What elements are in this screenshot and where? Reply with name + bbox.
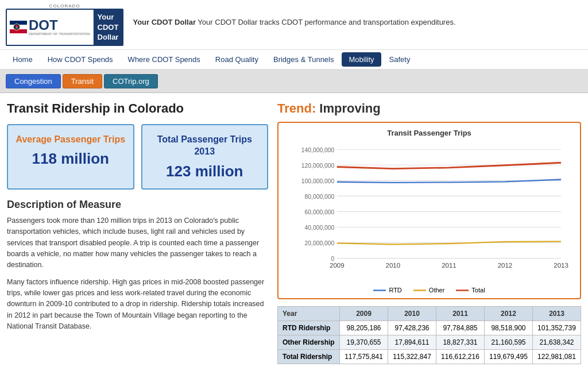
stat-box-1: Total Passenger Trips 2013 123 million (141, 124, 269, 190)
dot-text: DOT (29, 18, 90, 32)
stat-label-1: Total Passenger Trips 2013 (148, 133, 262, 158)
table-cell: 21,160,595 (484, 335, 532, 350)
table-cell: 97,784,885 (436, 321, 484, 335)
svg-text:2010: 2010 (386, 261, 401, 268)
data-table: Year20092010201120122013RTD Ridership98,… (277, 306, 581, 364)
table-header-5: 2013 (532, 307, 581, 321)
table-row: Total Ridership117,575,841115,322,847116… (278, 350, 581, 364)
svg-text:2012: 2012 (498, 261, 513, 268)
co-state-label: COLORADO (49, 3, 80, 9)
table-cell: 18,827,331 (436, 335, 484, 350)
table-row-label: RTD Ridership (278, 321, 340, 335)
right-panel: Trend: Improving Transit Passenger Trips… (277, 101, 581, 365)
table-row: RTD Ridership98,205,18697,428,23697,784,… (278, 321, 581, 335)
nav-item-safety[interactable]: Safety (382, 52, 417, 67)
legend-item-rtd: RTD (373, 287, 401, 294)
svg-text:2011: 2011 (442, 261, 457, 268)
header: COLORADO DOT DEPARTMENT O (0, 0, 588, 50)
svg-text:0: 0 (331, 256, 334, 262)
svg-text:100,000,000: 100,000,000 (301, 178, 335, 184)
table-cell: 97,428,236 (388, 321, 436, 335)
table-cell: 117,575,841 (340, 350, 388, 364)
sub-tabs-bar: CongestionTransitCOTrip.org (0, 70, 588, 93)
description-title: Description of Measure (7, 199, 268, 211)
table-cell: 19,370,655 (340, 335, 388, 350)
table-cell: 98,518,900 (484, 321, 532, 335)
dept-text: DEPARTMENT OF TRANSPORTATION (29, 32, 90, 36)
svg-text:120,000,000: 120,000,000 (301, 163, 335, 169)
transit-chart: 020,000,00040,000,00060,000,00080,000,00… (284, 140, 574, 285)
table-cell: 101,352,739 (532, 321, 581, 335)
table-header-4: 2012 (484, 307, 532, 321)
stat-value-1: 123 million (148, 163, 262, 180)
table-row-label: Total Ridership (278, 350, 340, 364)
nav-item-where-cdot-spends[interactable]: Where CDOT Spends (121, 52, 207, 67)
table-cell: 122,981,081 (532, 350, 581, 364)
description-para-1: Many factors influence ridership. High g… (7, 277, 268, 333)
trend-heading: Trend: Improving (277, 101, 581, 116)
table-cell: 17,894,611 (388, 335, 436, 350)
table-header-0: Year (278, 307, 340, 321)
stat-boxes: Average Passenger Trips 118 million Tota… (7, 124, 268, 190)
svg-text:2009: 2009 (330, 261, 345, 268)
main-content: Transit Ridership in Colorado Average Pa… (0, 93, 588, 373)
sub-tab-congestion[interactable]: Congestion (6, 74, 61, 88)
stat-label-0: Average Passenger Trips (14, 133, 127, 146)
left-panel: Transit Ridership in Colorado Average Pa… (7, 101, 268, 365)
table-cell: 115,322,847 (388, 350, 436, 364)
legend-item-other: Other (413, 287, 445, 294)
stat-box-0: Average Passenger Trips 118 million (7, 124, 134, 190)
table-cell: 21,638,342 (532, 335, 581, 350)
colorado-flag-icon (10, 21, 27, 33)
svg-text:140,000,000: 140,000,000 (301, 146, 335, 153)
chart-box: Transit Passenger Trips 020,000,00040,00… (277, 122, 581, 300)
legend-item-total: Total (456, 287, 485, 294)
table-header-2: 2010 (388, 307, 436, 321)
stat-value-0: 118 million (14, 150, 127, 168)
table-cell: 119,679,495 (484, 350, 532, 364)
table-row: Other Ridership19,370,65517,894,61118,82… (278, 335, 581, 350)
logo-area: COLORADO DOT DEPARTMENT O (6, 3, 123, 46)
nav-bar: HomeHow CDOT SpendsWhere CDOT SpendsRoad… (0, 50, 588, 70)
chart-legend: RTDOtherTotal (284, 287, 574, 294)
table-cell: 116,612,216 (436, 350, 484, 364)
description-para-0: Passengers took more than 120 million tr… (7, 215, 268, 271)
nav-item-mobility[interactable]: Mobility (342, 52, 381, 67)
nav-item-how-cdot-spends[interactable]: How CDOT Spends (41, 52, 120, 67)
table-row-label: Other Ridership (278, 335, 340, 350)
sub-tab-cotrip.org[interactable]: COTrip.org (104, 74, 158, 88)
table-header-3: 2011 (436, 307, 484, 321)
header-tagline: Your CDOT Dollar Your CDOT Dollar tracks… (133, 18, 582, 26)
trend-value: Improving (319, 101, 380, 115)
table-cell: 98,205,186 (340, 321, 388, 335)
nav-item-bridges-&-tunnels[interactable]: Bridges & Tunnels (266, 52, 341, 67)
svg-text:20,000,000: 20,000,000 (305, 240, 335, 246)
table-header-1: 2009 (340, 307, 388, 321)
svg-text:2013: 2013 (554, 261, 568, 268)
nav-item-road-quality[interactable]: Road Quality (208, 52, 265, 67)
page-title: Transit Ridership in Colorado (7, 101, 268, 116)
chart-title: Transit Passenger Trips (284, 129, 574, 137)
svg-text:40,000,000: 40,000,000 (305, 225, 335, 231)
svg-text:60,000,000: 60,000,000 (305, 209, 335, 215)
svg-text:80,000,000: 80,000,000 (305, 194, 335, 200)
sub-tab-transit[interactable]: Transit (63, 74, 102, 88)
description-paragraphs: Passengers took more than 120 million tr… (7, 215, 268, 333)
trend-label: Trend: (277, 101, 316, 115)
brand-text: Your CDOT Dollar (94, 10, 123, 45)
nav-item-home[interactable]: Home (6, 52, 40, 67)
